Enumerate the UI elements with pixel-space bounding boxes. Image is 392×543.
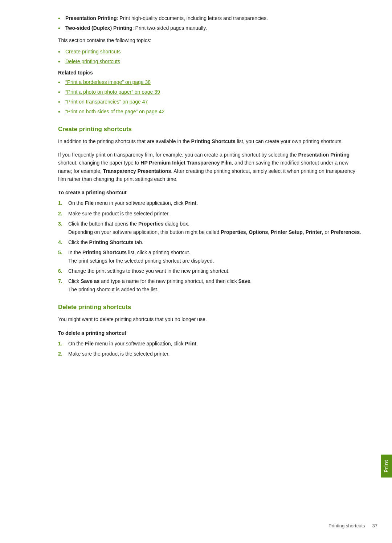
create-step-6: 6. Change the print settings to those yo…: [58, 267, 363, 275]
link-photo[interactable]: “Print a photo on photo paper” on page 3…: [65, 89, 160, 95]
save-bold: Save: [238, 278, 250, 284]
hp-premium-bold: HP Premium Inkjet Transparency Film: [140, 160, 232, 166]
delete-section-heading: Delete printing shortcuts: [58, 304, 363, 311]
bullet-duplex: Two-sided (Duplex) Printing: Print two-s…: [58, 24, 363, 32]
step-5-subnote: The print settings for the selected prin…: [68, 258, 214, 264]
step-4-content: Click the Printing Shortcuts tab.: [68, 238, 363, 246]
link-both-sides[interactable]: “Print on both sides of the page” on pag…: [65, 109, 164, 114]
delete-step-num-1: 1.: [58, 340, 67, 348]
delete-section: Delete printing shortcuts You might want…: [58, 304, 363, 358]
create-step-3: 3. Click the button that opens the Prope…: [58, 220, 363, 236]
related-link-both-sides[interactable]: “Print on both sides of the page” on pag…: [58, 108, 363, 116]
step-num-4: 4.: [58, 238, 67, 246]
side-tab: Print: [381, 455, 392, 478]
related-link-transparencies[interactable]: “Print on transparencies” on page 47: [58, 98, 363, 106]
topic-links-list: Create printing shortcuts Delete printin…: [58, 48, 363, 65]
link-transparencies[interactable]: “Print on transparencies” on page 47: [65, 99, 148, 105]
properties-bold-1: Properties: [138, 221, 163, 227]
presentation-printing-bold: Presentation Printing: [298, 152, 350, 158]
create-steps-list: 1. On the File menu in your software app…: [58, 199, 363, 293]
step-3-content: Click the button that opens the Properti…: [68, 220, 363, 236]
step-7-content: Click Save as and type a name for the ne…: [68, 277, 363, 293]
create-step-4: 4. Click the Printing Shortcuts tab.: [58, 238, 363, 246]
properties-bold-2: Properties: [221, 229, 246, 235]
print-bold-delete: Print: [185, 341, 196, 347]
create-section-heading: Create printing shortcuts: [58, 126, 363, 133]
step-3-subnote: Depending on your software application, …: [68, 229, 361, 235]
duplex-bold: Two-sided (Duplex) Printing: [65, 25, 132, 31]
printing-shortcuts-bold1: Printing Shortcuts: [191, 138, 236, 144]
page-container: Presentation Printing: Print high-qualit…: [0, 0, 392, 543]
step-num-6: 6.: [58, 267, 67, 275]
delete-steps-list: 1. On the File menu in your software app…: [58, 340, 363, 358]
printing-shortcuts-tab-bold: Printing Shortcuts: [89, 239, 134, 245]
step-num-1: 1.: [58, 199, 67, 207]
create-para2: If you frequently print on transparency …: [58, 151, 363, 183]
step-1-content: On the File menu in your software applic…: [68, 199, 363, 207]
transparency-presentations-bold: Transparency Presentations: [103, 168, 171, 174]
footer-page-number: 37: [372, 523, 377, 528]
printer-setup-bold: Printer Setup: [271, 229, 303, 235]
delete-sub-heading: To delete a printing shortcut: [58, 330, 363, 336]
create-sub-heading: To create a printing shortcut: [58, 190, 363, 195]
create-section: Create printing shortcuts In addition to…: [58, 126, 363, 293]
delete-step-1-content: On the File menu in your software applic…: [68, 340, 363, 348]
related-link-borderless[interactable]: “Print a borderless image” on page 38: [58, 78, 363, 86]
related-links-list: “Print a borderless image” on page 38 “P…: [58, 78, 363, 116]
delete-para1: You might want to delete printing shortc…: [58, 315, 363, 323]
presentation-bold: Presentation Printing: [65, 15, 117, 21]
create-step-1: 1. On the File menu in your software app…: [58, 199, 363, 207]
step-6-content: Change the print settings to those you w…: [68, 267, 363, 275]
preferences-bold: Preferences: [331, 229, 360, 235]
delete-step-2-content: Make sure the product is the selected pr…: [68, 350, 363, 358]
create-para1: In addition to the printing shortcuts th…: [58, 137, 363, 145]
link-borderless[interactable]: “Print a borderless image” on page 38: [65, 79, 151, 85]
step-2-content: Make sure the product is the selected pr…: [68, 210, 363, 218]
footer-section-label: Printing shortcuts: [328, 523, 365, 528]
related-link-photo[interactable]: “Print a photo on photo paper” on page 3…: [58, 88, 363, 96]
footer: Printing shortcuts 37: [0, 523, 392, 528]
step-5-content: In the Printing Shortcuts list, click a …: [68, 248, 363, 265]
printer-bold: Printer: [306, 229, 322, 235]
save-as-bold: Save as: [81, 278, 99, 284]
printing-shortcuts-list-bold: Printing Shortcuts: [82, 250, 127, 255]
delete-section-body: You might want to delete printing shortc…: [58, 315, 363, 358]
bullet-presentation: Presentation Printing: Print high-qualit…: [58, 15, 363, 22]
create-step-2: 2. Make sure the product is the selected…: [58, 210, 363, 218]
footer-right: Printing shortcuts 37: [328, 523, 377, 528]
delete-shortcuts-link[interactable]: Delete printing shortcuts: [65, 58, 120, 64]
delete-step-1: 1. On the File menu in your software app…: [58, 340, 363, 348]
delete-step-2: 2. Make sure the product is the selected…: [58, 350, 363, 358]
step-num-5: 5.: [58, 248, 67, 256]
create-section-body: In addition to the printing shortcuts th…: [58, 137, 363, 293]
intro-bullets: Presentation Printing: Print high-qualit…: [58, 15, 363, 32]
options-bold: Options: [249, 229, 268, 235]
create-step-7: 7. Click Save as and type a name for the…: [58, 277, 363, 293]
topic-link-delete[interactable]: Delete printing shortcuts: [58, 58, 363, 65]
related-topics-label: Related topics: [58, 70, 363, 76]
step-num-2: 2.: [58, 210, 67, 218]
create-step-5: 5. In the Printing Shortcuts list, click…: [58, 248, 363, 265]
section-intro-text: This section contains the following topi…: [58, 36, 363, 44]
create-shortcuts-link[interactable]: Create printing shortcuts: [65, 49, 121, 54]
step-7-subnote: The printing shortcut is added to the li…: [68, 287, 158, 292]
file-bold-delete: File: [85, 341, 94, 347]
delete-step-num-2: 2.: [58, 350, 67, 358]
step-num-7: 7.: [58, 277, 67, 285]
file-bold-1: File: [85, 200, 94, 206]
step-num-3: 3.: [58, 220, 67, 228]
topic-link-create[interactable]: Create printing shortcuts: [58, 48, 363, 56]
print-bold-1: Print: [185, 200, 196, 206]
